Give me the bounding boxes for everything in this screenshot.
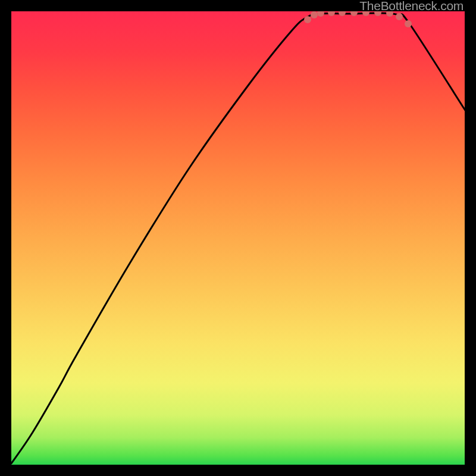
threshold-marker [396, 13, 403, 20]
threshold-marker [311, 11, 318, 18]
threshold-marker [328, 11, 335, 16]
threshold-marker [405, 20, 412, 27]
threshold-marker [339, 11, 346, 16]
threshold-marker [317, 11, 324, 17]
chart-svg [11, 11, 465, 465]
chart-plot-area [11, 11, 465, 465]
bottleneck-curve [11, 13, 465, 464]
threshold-marker [350, 11, 358, 16]
bottleneck-curve-path [11, 13, 465, 464]
threshold-marker [304, 16, 311, 23]
attribution-text: TheBottleneck.com [359, 0, 464, 13]
